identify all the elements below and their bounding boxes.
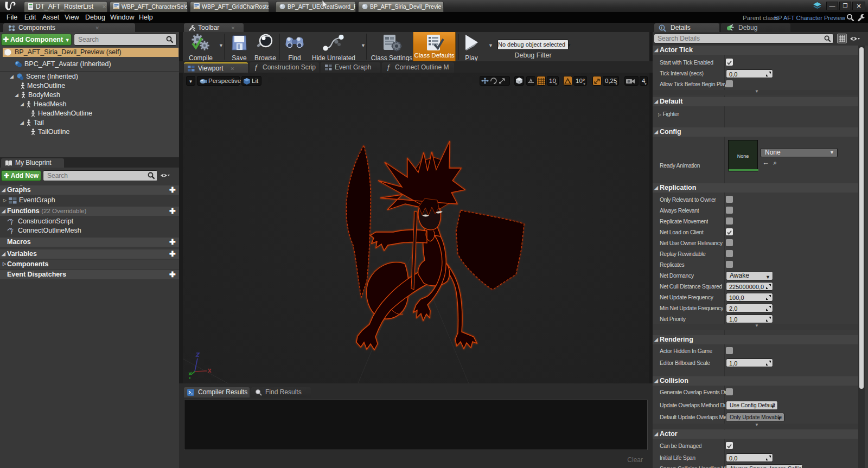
svg-text:i: i xyxy=(661,25,662,30)
svg-text:f: f xyxy=(11,228,14,234)
svg-text:f: f xyxy=(11,219,14,225)
